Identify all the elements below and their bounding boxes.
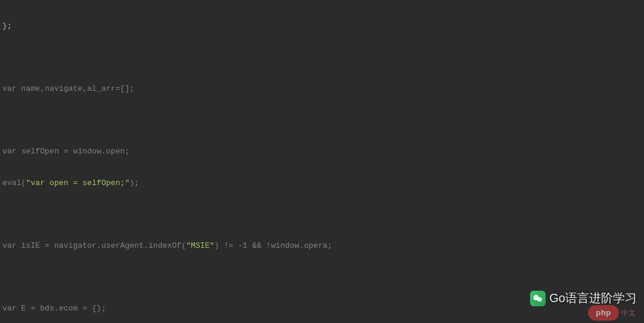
wechat-watermark: Go语言进阶学习 xyxy=(530,290,637,306)
editor-window: }; var name,navigate,al_arr=[]; var self… xyxy=(0,0,644,323)
code-text: var name,navigate,al_arr=[]; xyxy=(2,84,134,93)
code-line: var selfOpen = window.open; xyxy=(2,146,644,157)
code-line xyxy=(2,272,644,283)
code-text: var isIE = navigator.userAgent.indexOf("… xyxy=(2,241,332,250)
wechat-icon xyxy=(530,291,546,306)
code-text: eval("var open = selfOpen;"); xyxy=(2,179,139,187)
code-line xyxy=(2,115,644,126)
php-badge-main: php xyxy=(588,305,619,321)
php-badge: php 中文 xyxy=(588,305,636,321)
svg-point-5 xyxy=(540,299,541,299)
svg-point-2 xyxy=(535,297,536,298)
code-line: var isIE = navigator.userAgent.indexOf("… xyxy=(2,241,644,251)
code-text: }; xyxy=(2,21,12,30)
svg-point-1 xyxy=(538,297,543,302)
php-badge-tail: 中文 xyxy=(621,308,636,318)
watermark-text: Go语言进阶学习 xyxy=(549,290,637,306)
chat-bubble-icon xyxy=(532,293,543,304)
svg-point-4 xyxy=(539,299,540,299)
code-line xyxy=(2,210,644,220)
code-line: }; xyxy=(2,21,644,32)
code-text: var E = bds.ecom = {}; xyxy=(2,304,106,313)
code-text: var selfOpen = window.open; xyxy=(2,147,129,156)
svg-point-3 xyxy=(537,297,538,298)
code-area: }; var name,navigate,al_arr=[]; var self… xyxy=(0,0,644,323)
code-line xyxy=(2,53,644,63)
code-line: eval("var open = selfOpen;"); xyxy=(2,178,644,189)
code-line: var name,navigate,al_arr=[]; xyxy=(2,84,644,94)
